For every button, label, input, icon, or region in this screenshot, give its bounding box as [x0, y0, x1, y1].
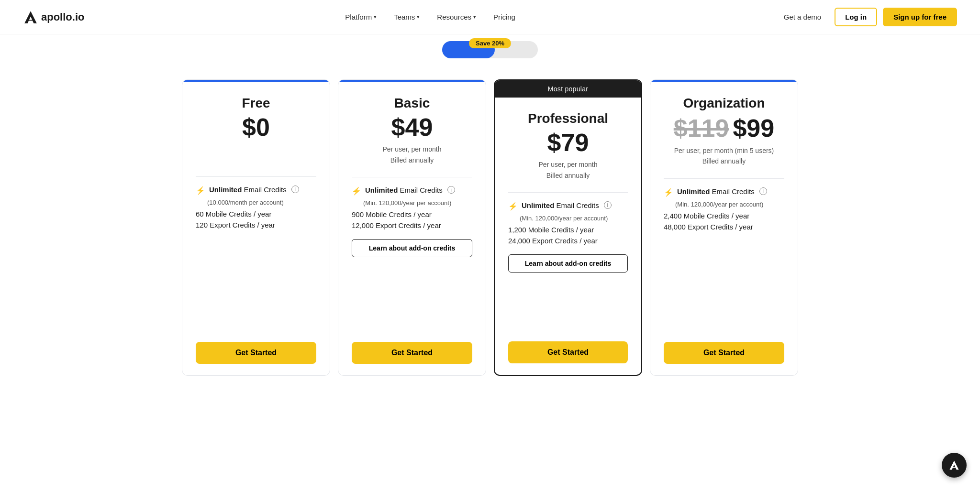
- logo[interactable]: apollo.io: [23, 10, 84, 25]
- logo-icon: [23, 10, 38, 25]
- get-started-professional[interactable]: Get Started: [508, 341, 628, 363]
- billing-toggle-area: Save 20%: [0, 34, 980, 60]
- chevron-down-icon: ▾: [417, 14, 420, 20]
- info-icon[interactable]: i: [604, 201, 612, 209]
- nav-platform[interactable]: Platform ▾: [338, 9, 383, 25]
- nav-teams[interactable]: Teams ▾: [387, 9, 426, 25]
- plan-name-professional: Professional: [508, 111, 628, 126]
- get-started-organization[interactable]: Get Started: [664, 342, 784, 364]
- lightning-icon: ⚡: [664, 188, 673, 197]
- nav-actions: Get a demo Log in Sign up for free: [776, 8, 957, 26]
- lightning-icon: ⚡: [196, 186, 205, 195]
- export-credits-free: 120 Export Credits / year: [196, 221, 316, 229]
- email-credits-note-free: (10,000/month per account): [207, 199, 316, 206]
- card-footer-professional: Get Started: [495, 338, 641, 363]
- info-icon[interactable]: i: [759, 187, 767, 195]
- plan-name-organization: Organization: [664, 96, 784, 111]
- plan-billing-basic: Per user, per month Billed annually: [352, 144, 472, 165]
- info-icon[interactable]: i: [447, 186, 455, 194]
- info-icon[interactable]: i: [291, 185, 299, 193]
- email-credits-note-professional: (Min. 120,000/year per account): [520, 215, 628, 222]
- email-credits-note-basic: (Min. 120,000/year per account): [363, 199, 472, 207]
- card-body-basic: Basic $49 Per user, per month Billed ann…: [338, 82, 486, 338]
- divider: [664, 178, 784, 179]
- login-button[interactable]: Log in: [835, 8, 877, 26]
- plan-card-professional: Most popular Professional $79 Per user, …: [494, 79, 642, 376]
- plan-card-basic: Basic $49 Per user, per month Billed ann…: [338, 79, 486, 376]
- popular-header: Most popular: [495, 80, 641, 98]
- divider: [196, 176, 316, 177]
- card-footer-organization: Get Started: [650, 338, 798, 364]
- save-badge: Save 20%: [469, 38, 511, 48]
- plan-price-free: $0: [196, 114, 316, 141]
- plan-name-basic: Basic: [352, 96, 472, 111]
- get-started-free[interactable]: Get Started: [196, 342, 316, 364]
- plan-card-organization: Organization $119$99 Per user, per month…: [650, 79, 798, 376]
- chevron-down-icon: ▾: [473, 14, 476, 20]
- export-credits-organization: 48,000 Export Credits / year: [664, 223, 784, 231]
- card-body-professional: Professional $79 Per user, per month Bil…: [495, 98, 641, 338]
- mobile-credits-organization: 2,400 Mobile Credits / year: [664, 212, 784, 220]
- lightning-icon: ⚡: [352, 186, 361, 196]
- get-started-basic[interactable]: Get Started: [352, 342, 472, 364]
- addon-button-basic[interactable]: Learn about add-on credits: [352, 239, 472, 257]
- plan-price-original-organization: $119: [674, 114, 729, 142]
- chevron-down-icon: ▾: [374, 14, 377, 20]
- card-body-organization: Organization $119$99 Per user, per month…: [650, 82, 798, 338]
- email-credits-row-free: ⚡ Unlimited Email Credits i: [196, 185, 316, 195]
- plan-price-professional: $79: [508, 129, 628, 156]
- mobile-credits-free: 60 Mobile Credits / year: [196, 210, 316, 218]
- svg-marker-0: [24, 11, 37, 23]
- mobile-credits-professional: 1,200 Mobile Credits / year: [508, 226, 628, 234]
- nav-links: Platform ▾ Teams ▾ Resources ▾ Pricing: [338, 9, 522, 25]
- logo-text: apollo.io: [41, 11, 84, 23]
- nav-resources[interactable]: Resources ▾: [430, 9, 483, 25]
- plan-price-basic: $49: [352, 114, 472, 141]
- divider: [508, 192, 628, 193]
- plan-price-discounted-organization: $99: [733, 114, 774, 142]
- mobile-credits-basic: 900 Mobile Credits / year: [352, 210, 472, 218]
- pricing-section: Free $0 ⚡ Unlimited Email Credits i (10,…: [0, 60, 980, 404]
- navbar: apollo.io Platform ▾ Teams ▾ Resources ▾…: [0, 0, 980, 34]
- email-credits-note-organization: (Min. 120,000/year per account): [675, 201, 784, 208]
- plan-billing-professional: Per user, per month Billed annually: [508, 159, 628, 181]
- email-credits-row-basic: ⚡ Unlimited Email Credits i: [352, 186, 472, 196]
- card-footer-free: Get Started: [182, 338, 330, 364]
- card-footer-basic: Get Started: [338, 338, 486, 364]
- plan-billing-organization: Per user, per month (min 5 users) Billed…: [664, 145, 784, 167]
- divider: [352, 177, 472, 177]
- get-demo-button[interactable]: Get a demo: [776, 9, 829, 25]
- plan-billing-free: [196, 144, 316, 165]
- card-body-free: Free $0 ⚡ Unlimited Email Credits i (10,…: [182, 82, 330, 338]
- email-credits-row-professional: ⚡ Unlimited Email Credits i: [508, 201, 628, 211]
- nav-pricing[interactable]: Pricing: [487, 9, 522, 25]
- export-credits-professional: 24,000 Export Credits / year: [508, 237, 628, 245]
- addon-button-professional[interactable]: Learn about add-on credits: [508, 254, 628, 273]
- lightning-icon: ⚡: [508, 202, 518, 211]
- export-credits-basic: 12,000 Export Credits / year: [352, 221, 472, 229]
- plan-card-free: Free $0 ⚡ Unlimited Email Credits i (10,…: [182, 79, 330, 376]
- signup-button[interactable]: Sign up for free: [883, 8, 957, 26]
- plan-name-free: Free: [196, 96, 316, 111]
- price-row-organization: $119$99: [664, 114, 784, 142]
- email-credits-row-organization: ⚡ Unlimited Email Credits i: [664, 187, 784, 197]
